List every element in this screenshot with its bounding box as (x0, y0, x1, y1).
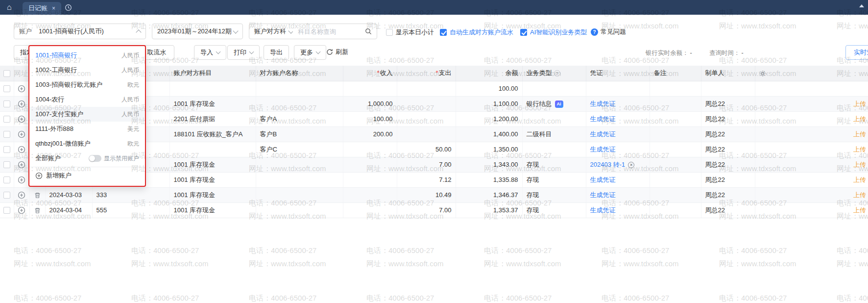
row-checkbox[interactable] (3, 85, 10, 92)
account-dropdown: 1001-招商银行人民币1002-工商银行人民币1003-招商银行欧元账户欧元1… (28, 45, 146, 187)
cell-balance: 100.00 (456, 81, 522, 96)
account-option[interactable]: 1111-外币888美元 (29, 122, 145, 136)
add-row-icon[interactable] (18, 191, 25, 199)
export-button[interactable]: 导出 (264, 45, 289, 60)
upload-link[interactable]: 上传 (853, 130, 866, 138)
tab-journal[interactable]: 日记账 × (23, 2, 61, 15)
account-option[interactable]: qthbzj001-微信账户欧元 (29, 136, 145, 151)
faq-link[interactable]: ? 常见问题 (591, 27, 626, 36)
watermark: 电话：4006-6500-27网址：www.tdxsoft.com (131, 244, 209, 270)
account-option[interactable]: 1007-支付宝账户人民币 (29, 107, 145, 122)
row-checkbox[interactable] (3, 192, 10, 199)
bank-balance-status: 银行实时余额：- (646, 49, 692, 57)
delete-row-icon[interactable] (34, 192, 41, 199)
history-icon[interactable] (65, 4, 72, 13)
generate-voucher-link[interactable]: 生成凭证 (590, 176, 616, 183)
daily-subtotal-checkbox[interactable]: 显示本日小计 (386, 28, 434, 37)
cell-income (343, 202, 397, 218)
add-row-icon[interactable] (18, 115, 25, 123)
add-account-label: 新增账户 (46, 171, 72, 180)
collapse-icon[interactable] (859, 4, 864, 7)
delete-row-icon[interactable] (34, 207, 41, 214)
info-icon[interactable]: ? (554, 70, 560, 76)
cell-maker: 周总22 (701, 172, 755, 187)
add-row-icon[interactable] (18, 146, 25, 153)
generate-voucher-link[interactable]: 生成凭证 (590, 130, 616, 138)
add-account-button[interactable]: 新增账户 (29, 167, 145, 184)
subject-type-select[interactable]: 账户对方科 (254, 27, 293, 36)
tab-close-icon[interactable]: × (52, 5, 55, 12)
refresh-label: 刷新 (336, 48, 348, 56)
upload-link[interactable]: 上传 (853, 206, 866, 214)
voucher-link[interactable]: 202403 转-1 (590, 161, 626, 168)
cell-balance: 1,335.88 (456, 172, 522, 187)
generate-voucher-link[interactable]: 生成凭证 (590, 191, 616, 199)
row-checkbox[interactable] (3, 207, 10, 214)
query-time-status: 查询时间：- (709, 49, 744, 57)
upload-link[interactable]: 上传 (853, 176, 866, 183)
subject-search-input[interactable] (297, 27, 361, 36)
row-checkbox[interactable] (3, 146, 10, 153)
row-checkbox[interactable] (3, 131, 10, 138)
add-row-icon[interactable] (18, 161, 25, 169)
upload-link[interactable]: 上传 (853, 161, 866, 168)
remove-voucher-icon[interactable]: × (628, 162, 634, 168)
realtime-query-label: 实时查询 (854, 48, 868, 57)
biz-type-label: 存现 (527, 206, 539, 214)
refresh-button[interactable]: 刷新 (326, 48, 348, 56)
subject-filter-group: 账户对方科 (249, 24, 377, 39)
col-label-biz: 业务类型 (527, 69, 552, 76)
account-option-name: qthbzj001-微信账户 (35, 139, 91, 148)
add-row-icon[interactable] (18, 176, 25, 184)
account-option[interactable]: 1002-工商银行人民币 (29, 63, 145, 77)
row-checkbox[interactable] (3, 116, 10, 123)
bank-balance-value: - (690, 50, 692, 56)
upload-link[interactable]: 上传 (853, 146, 866, 153)
cell-attach: 上传 (755, 142, 868, 157)
cell-checkbox (0, 96, 14, 111)
biz-type-label: 二级科目 (527, 130, 552, 138)
account-option[interactable]: 1001-招商银行人民币 (29, 48, 145, 63)
row-checkbox[interactable] (3, 161, 10, 168)
print-button[interactable]: 打印 (227, 45, 260, 60)
cell-party (256, 202, 343, 218)
search-icon[interactable] (365, 28, 372, 35)
column-settings-icon[interactable] (759, 70, 766, 77)
account-select[interactable]: 账户 1001-招商银行(人民币) (14, 24, 146, 39)
cell-note (650, 202, 701, 218)
more-button[interactable]: 更多 (294, 45, 326, 60)
generate-voucher-link[interactable]: 生成凭证 (590, 206, 616, 214)
generate-voucher-link[interactable]: 生成凭证 (590, 146, 616, 153)
row-checkbox[interactable] (3, 101, 10, 107)
upload-link[interactable]: 上传 (853, 100, 866, 107)
add-row-icon[interactable] (18, 130, 25, 138)
import-button[interactable]: 导入 (194, 45, 226, 60)
add-row-icon[interactable] (18, 85, 25, 93)
show-disabled-toggle[interactable] (89, 155, 101, 162)
generate-voucher-link[interactable]: 生成凭证 (590, 100, 616, 107)
watermark: 电话：4006-6500-27网址：www.tdxsoft.com (366, 244, 444, 270)
select-all-checkbox[interactable] (3, 70, 10, 77)
add-row-icon[interactable] (18, 100, 25, 108)
account-option[interactable]: 1003-招商银行欧元账户欧元 (29, 77, 145, 92)
cell-subject: 1001 库存现金 (169, 157, 256, 172)
cell-party: 客户B (256, 126, 343, 142)
col-label-maker: 制单人 (705, 69, 724, 76)
all-accounts-label[interactable]: 全部账户 (35, 154, 61, 163)
cell-note (650, 172, 701, 187)
cell-maker: 周总22 (701, 111, 755, 126)
period-select[interactable]: 2023年01期～2024年12期 (152, 24, 243, 39)
all-accounts-row: 全部账户 显示禁用账户 (29, 151, 145, 166)
auto-flow-checkbox[interactable]: 自动生成对方账户流水 (440, 28, 513, 37)
upload-link[interactable]: 上传 (853, 191, 866, 199)
generate-voucher-link[interactable]: 生成凭证 (590, 115, 616, 123)
ai-recognize-checkbox[interactable]: AI智能识别业务类型 (520, 28, 587, 37)
cell-note (650, 187, 701, 202)
cell-note (650, 142, 701, 157)
row-checkbox[interactable] (3, 177, 10, 183)
add-row-icon[interactable] (18, 206, 25, 214)
home-icon[interactable]: ⌂ (7, 2, 12, 12)
realtime-query-button[interactable]: 实时查询 (845, 45, 868, 60)
account-option[interactable]: 1004-农行人民币 (29, 92, 145, 107)
upload-link[interactable]: 上传 (853, 115, 866, 123)
